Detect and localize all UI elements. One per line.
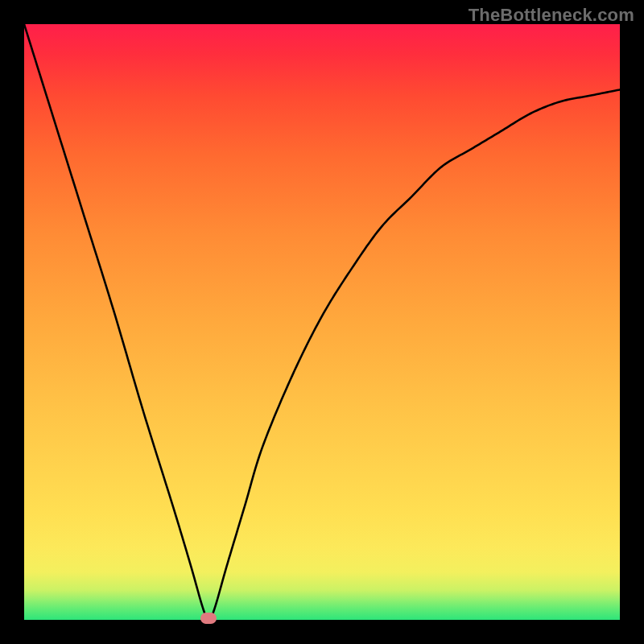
watermark-text: TheBottleneck.com xyxy=(469,5,634,26)
bottleneck-curve xyxy=(24,24,620,620)
minimum-marker xyxy=(200,613,217,624)
plot-area xyxy=(24,24,620,620)
chart-frame: TheBottleneck.com xyxy=(0,0,644,644)
